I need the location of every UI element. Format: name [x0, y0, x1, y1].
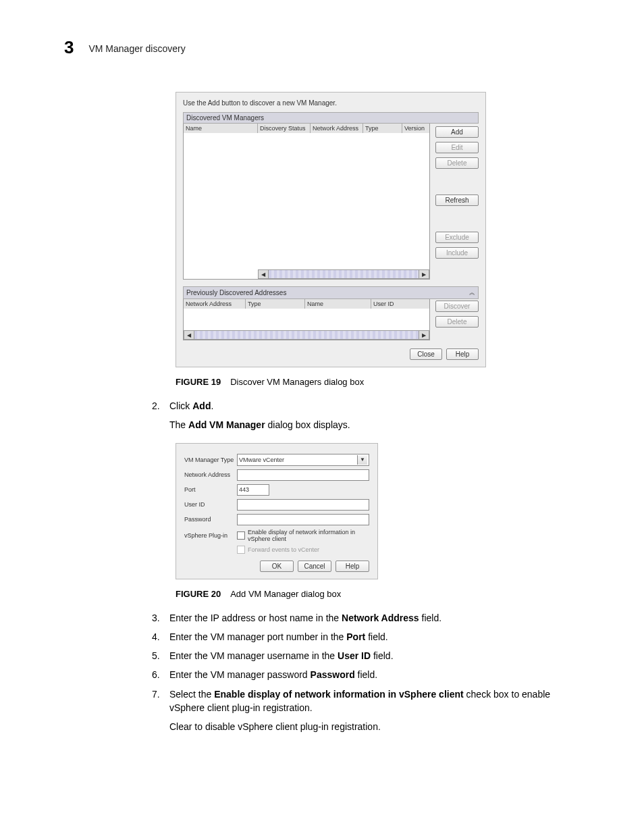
- forward-events-checkbox: Forward events to vCenter: [237, 546, 319, 554]
- step-number: 2.: [152, 399, 169, 413]
- text: Enter the VM manager port number in the: [169, 631, 346, 642]
- port-input[interactable]: 443: [237, 484, 269, 496]
- step-7-sub: Clear to disable vSphere client plug-in …: [169, 720, 584, 733]
- text: Enter the VM manager password: [169, 669, 311, 680]
- figure-20-caption: FIGURE 20Add VM Manager dialog box: [176, 589, 590, 599]
- network-address-input[interactable]: [237, 469, 369, 481]
- add-vm-manager-dialog: VM Manager Type VMware vCenter ▼ Network…: [176, 443, 378, 579]
- chapter-title: VM Manager discovery: [88, 43, 185, 54]
- step-5: 5. Enter the VM manager username in the …: [152, 649, 584, 662]
- step-6: 6. Enter the VM manager password Passwor…: [152, 668, 584, 681]
- ok-button[interactable]: OK: [260, 561, 294, 572]
- figure-text: Add VM Manager dialog box: [230, 589, 341, 599]
- text: dialog box displays.: [265, 419, 350, 430]
- step-2-sub: The Add VM Manager dialog box displays.: [169, 418, 584, 432]
- horizontal-scrollbar[interactable]: ◀ ▶: [258, 269, 429, 279]
- bold-text: User ID: [338, 650, 371, 661]
- delete-button: Delete: [435, 316, 479, 328]
- col-network-address[interactable]: Network Address: [184, 299, 246, 309]
- figure-text: Discover VM Managers dialog box: [230, 377, 364, 387]
- text: Enter the IP address or host name in the: [169, 613, 342, 623]
- vsphere-plugin-label: vSphere Plug-in: [184, 532, 237, 539]
- add-button[interactable]: Add: [435, 126, 479, 138]
- user-id-input[interactable]: [237, 499, 369, 511]
- running-header: 3 VM Manager discovery: [64, 37, 590, 58]
- collapse-icon[interactable]: ︽: [469, 288, 475, 297]
- bold-text: Add VM Manager: [188, 419, 265, 430]
- previously-discovered-section-title[interactable]: Previously Discovered Addresses ︽: [183, 286, 479, 299]
- figure-label: FIGURE 19: [176, 377, 221, 387]
- cancel-button[interactable]: Cancel: [298, 561, 331, 572]
- chapter-number: 3: [64, 37, 74, 58]
- enable-display-checkbox[interactable]: Enable display of network information in…: [237, 529, 369, 542]
- password-label: Password: [184, 516, 237, 523]
- previously-discovered-table[interactable]: Network Address Type Name User ID ◀ ▶: [183, 299, 430, 340]
- scroll-left-icon[interactable]: ◀: [258, 269, 269, 279]
- checkbox-icon[interactable]: [237, 531, 245, 540]
- step-number: 7.: [152, 687, 169, 715]
- col-network-address[interactable]: Network Address: [311, 124, 363, 133]
- scroll-right-icon[interactable]: ▶: [419, 269, 429, 279]
- col-type[interactable]: Type: [246, 299, 305, 309]
- discovered-vm-managers-section-title: Discovered VM Managers: [183, 112, 479, 124]
- table-empty-area: [184, 309, 429, 330]
- refresh-button[interactable]: Refresh: [435, 194, 479, 206]
- dialog-hint-text: Use the Add button to discover a new VM …: [183, 99, 479, 107]
- checkbox-icon: [237, 546, 245, 554]
- scroll-track[interactable]: [194, 330, 419, 340]
- bold-text: Network Address: [342, 613, 419, 623]
- col-type[interactable]: Type: [363, 124, 402, 133]
- scroll-left-icon[interactable]: ◀: [184, 330, 194, 340]
- text: Enter the VM manager username in the: [169, 650, 338, 661]
- include-button: Include: [435, 247, 479, 259]
- discovered-vm-managers-table[interactable]: Name Discovery Status Network Address Ty…: [183, 124, 430, 280]
- vm-manager-type-select[interactable]: VMware vCenter ▼: [237, 454, 369, 466]
- step-number: 4.: [152, 630, 169, 644]
- text: field.: [419, 613, 441, 623]
- port-label: Port: [184, 486, 237, 493]
- step-3: 3. Enter the IP address or host name in …: [152, 611, 584, 625]
- text: .: [211, 400, 213, 411]
- password-input[interactable]: [237, 514, 369, 525]
- table-header-row: Network Address Type Name User ID: [184, 299, 429, 309]
- help-button[interactable]: Help: [336, 561, 369, 572]
- table-header-row: Name Discovery Status Network Address Ty…: [184, 124, 429, 133]
- section-label: Previously Discovered Addresses: [186, 289, 286, 296]
- col-name[interactable]: Name: [305, 299, 371, 309]
- scroll-track[interactable]: [269, 269, 419, 279]
- text: field.: [355, 669, 377, 680]
- bold-text: Enable display of network information in…: [214, 689, 464, 700]
- text: The: [169, 419, 188, 430]
- table-empty-area: [184, 133, 429, 269]
- edit-button: Edit: [435, 142, 479, 153]
- user-id-label: User ID: [184, 501, 237, 508]
- col-discovery-status[interactable]: Discovery Status: [258, 124, 311, 133]
- col-version[interactable]: Version: [402, 124, 429, 133]
- step-number: 6.: [152, 668, 169, 681]
- exclude-button: Exclude: [435, 232, 479, 243]
- help-button[interactable]: Help: [446, 348, 479, 360]
- figure-19-caption: FIGURE 19Discover VM Managers dialog box: [176, 377, 590, 387]
- vm-manager-type-label: VM Manager Type: [184, 457, 237, 463]
- text: Select the: [169, 689, 214, 700]
- checkbox-label: Forward events to vCenter: [248, 546, 319, 553]
- text: Click: [169, 400, 192, 411]
- step-number: 3.: [152, 611, 169, 625]
- select-value: VMware vCenter: [239, 457, 284, 463]
- horizontal-scrollbar[interactable]: ◀ ▶: [184, 330, 429, 340]
- text: field.: [365, 631, 387, 642]
- discover-button: Discover: [435, 301, 479, 312]
- figure-label: FIGURE 20: [176, 589, 221, 599]
- checkbox-label: Enable display of network information in…: [248, 529, 369, 542]
- network-address-label: Network Address: [184, 471, 237, 478]
- col-user-id[interactable]: User ID: [371, 299, 429, 309]
- chevron-down-icon[interactable]: ▼: [357, 455, 367, 465]
- scroll-right-icon[interactable]: ▶: [419, 330, 429, 340]
- col-name[interactable]: Name: [184, 124, 258, 133]
- bold-text: Port: [346, 631, 365, 642]
- step-7: 7. Select the Enable display of network …: [152, 687, 584, 715]
- step-4: 4. Enter the VM manager port number in t…: [152, 630, 584, 644]
- discover-vm-managers-dialog: Use the Add button to discover a new VM …: [176, 92, 486, 367]
- close-button[interactable]: Close: [410, 348, 442, 360]
- delete-button: Delete: [435, 157, 479, 169]
